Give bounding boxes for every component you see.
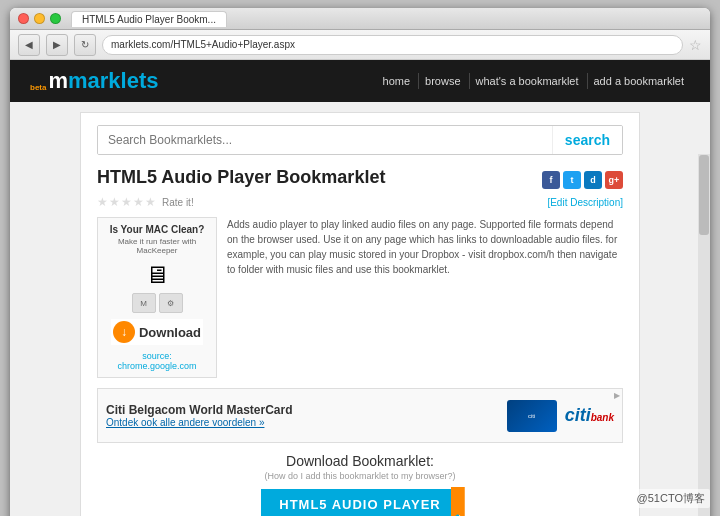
- url-bar[interactable]: [102, 35, 683, 55]
- content-inner: search HTML5 Audio Player Bookmarklet f …: [80, 112, 640, 516]
- mac-img-2: ⚙: [159, 293, 183, 313]
- title-bar: HTML5 Audio Player Bookm...: [10, 8, 710, 30]
- main-content: search HTML5 Audio Player Bookmarklet f …: [10, 102, 710, 516]
- ad-subtitle: Make it run faster with MacKeeper: [104, 237, 210, 255]
- mac-icon: 🖥: [145, 261, 169, 289]
- nav-add-bookmarklet[interactable]: add a bookmarklet: [587, 73, 691, 89]
- window-controls: [18, 13, 61, 24]
- browser-tab[interactable]: HTML5 Audio Player Bookm...: [71, 11, 227, 27]
- source-link[interactable]: source: chrome.google.com: [104, 351, 210, 371]
- facebook-icon[interactable]: f: [542, 171, 560, 189]
- logo-area: beta mmarklets: [30, 68, 159, 94]
- ad-banner-left: Citi Belgacom World MasterCard Ontdek oo…: [106, 403, 292, 428]
- delicious-icon[interactable]: d: [584, 171, 602, 189]
- download-button[interactable]: ↓ Download: [111, 319, 203, 345]
- nav-browse[interactable]: browse: [418, 73, 466, 89]
- download-section-title: Download Bookmarklet:: [97, 453, 623, 469]
- ad-expand-icon[interactable]: ▶: [614, 391, 620, 400]
- mac-img-1: M: [132, 293, 156, 313]
- minimize-button[interactable]: [34, 13, 45, 24]
- content-wrapper: search HTML5 Audio Player Bookmarklet f …: [10, 102, 710, 516]
- page-title-row: HTML5 Audio Player Bookmarklet f t d g+: [97, 167, 623, 189]
- ad-box: Is Your MAC Clean? Make it run faster wi…: [97, 217, 217, 378]
- citi-text: citibank: [565, 405, 614, 426]
- search-button[interactable]: search: [552, 126, 622, 154]
- browser-toolbar: ◀ ▶ ↻ ☆: [10, 30, 710, 60]
- forward-button[interactable]: ▶: [46, 34, 68, 56]
- site-nav: home browse what's a bookmarklet add a b…: [377, 73, 690, 89]
- star-5[interactable]: ★: [145, 195, 156, 209]
- googleplus-icon[interactable]: g+: [605, 171, 623, 189]
- nav-home[interactable]: home: [377, 73, 417, 89]
- download-section-help: (How do I add this bookmarklet to my bro…: [97, 471, 623, 481]
- social-icons: f t d g+: [542, 171, 623, 189]
- site-header: beta mmarklets home browse what's a book…: [10, 60, 710, 102]
- back-button[interactable]: ◀: [18, 34, 40, 56]
- ad-banner-title: Citi Belgacom World MasterCard: [106, 403, 292, 417]
- site-logo[interactable]: mmarklets: [48, 68, 158, 94]
- bookmark-ribbon-icon: [451, 487, 465, 516]
- rate-it-label[interactable]: Rate it!: [162, 197, 194, 208]
- maximize-button[interactable]: [50, 13, 61, 24]
- ad-banner-subtitle[interactable]: Ontdek ook alle andere voordelen »: [106, 417, 292, 428]
- bookmark-star-icon[interactable]: ☆: [689, 37, 702, 53]
- scrollbar[interactable]: [698, 154, 710, 516]
- search-input[interactable]: [98, 126, 552, 154]
- page-title: HTML5 Audio Player Bookmarklet: [97, 167, 385, 188]
- watermark: @51CTO博客: [632, 489, 710, 508]
- ad-title: Is Your MAC Clean?: [110, 224, 205, 235]
- description-section: Is Your MAC Clean? Make it run faster wi…: [97, 217, 623, 378]
- star-2[interactable]: ★: [109, 195, 120, 209]
- star-4[interactable]: ★: [133, 195, 144, 209]
- citi-logo-area: citi citibank: [507, 400, 614, 432]
- mac-img-row: M ⚙: [132, 293, 183, 313]
- download-label: Download: [139, 325, 201, 340]
- star-3[interactable]: ★: [121, 195, 132, 209]
- download-circle-icon: ↓: [113, 321, 135, 343]
- search-bar: search: [97, 125, 623, 155]
- citi-brand: citibank: [565, 405, 614, 426]
- rating-row: ★ ★ ★ ★ ★ Rate it! [Edit Description]: [97, 195, 623, 209]
- bookmarklet-button[interactable]: HTML5 AUDIO PLAYER: [261, 489, 459, 516]
- nav-whats-bookmarklet[interactable]: what's a bookmarklet: [469, 73, 585, 89]
- beta-label: beta: [30, 83, 46, 92]
- star-rating[interactable]: ★ ★ ★ ★ ★: [97, 195, 156, 209]
- edit-description-link[interactable]: [Edit Description]: [547, 197, 623, 208]
- bookmarklet-button-label: HTML5 AUDIO PLAYER: [279, 497, 441, 512]
- ad-banner: ▶ Citi Belgacom World MasterCard Ontdek …: [97, 388, 623, 443]
- description-text: Adds audio player to play linked audio f…: [227, 217, 623, 378]
- refresh-button[interactable]: ↻: [74, 34, 96, 56]
- scroll-thumb[interactable]: [699, 155, 709, 235]
- download-bookmarklet-section: Download Bookmarklet: (How do I add this…: [97, 453, 623, 516]
- credit-card-image: citi: [507, 400, 557, 432]
- star-1[interactable]: ★: [97, 195, 108, 209]
- close-button[interactable]: [18, 13, 29, 24]
- twitter-icon[interactable]: t: [563, 171, 581, 189]
